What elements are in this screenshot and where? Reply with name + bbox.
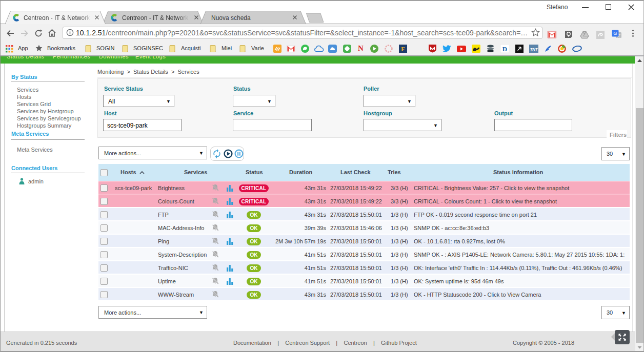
svg-text:G: G	[613, 30, 617, 36]
svg-text:F: F	[401, 46, 405, 53]
svg-text:D: D	[502, 45, 507, 53]
svg-text:TNT: TNT	[530, 47, 538, 52]
